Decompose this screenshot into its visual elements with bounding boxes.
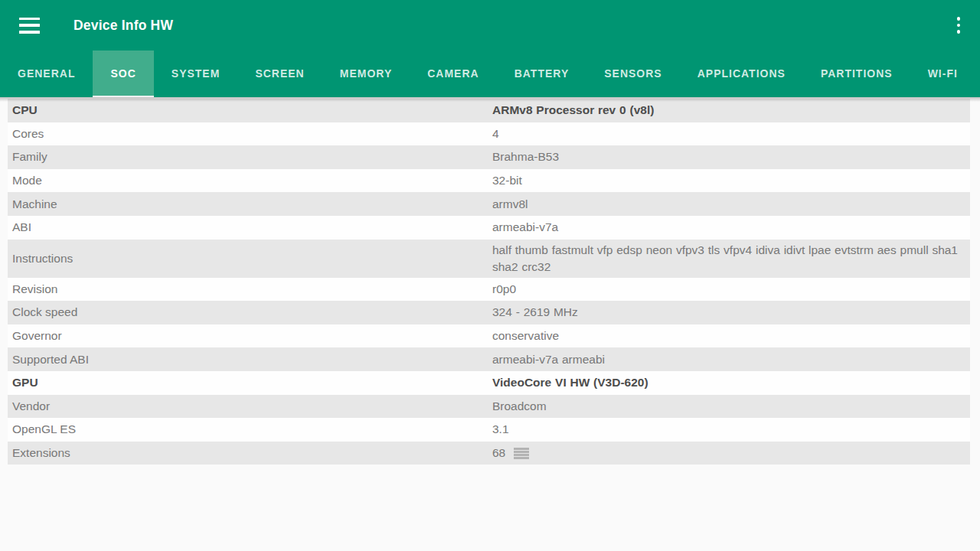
hamburger-menu-icon[interactable] — [19, 18, 40, 34]
soc-info-table: CPUARMv8 Processor rev 0 (v8l)Cores4Fami… — [8, 97, 970, 465]
row-value-cell: Broadcom — [492, 396, 970, 417]
table-row: Supported ABIarmeabi-v7a armeabi — [8, 347, 970, 371]
section-header-row: GPUVideoCore VI HW (V3D-620) — [8, 371, 970, 395]
row-value: r0p0 — [492, 281, 516, 298]
row-value-cell: armeabi-v7a armeabi — [492, 349, 970, 370]
tab-system[interactable]: SYSTEM — [154, 51, 238, 97]
table-row: VendorBroadcom — [8, 395, 970, 419]
row-value-cell: 32-bit — [492, 170, 970, 191]
row-label: Governor — [8, 325, 492, 347]
table-row: FamilyBrahma-B53 — [8, 145, 970, 169]
row-label: Family — [8, 146, 492, 168]
tab-bar: GENERALSOCSYSTEMSCREENMEMORYCAMERABATTER… — [0, 51, 980, 97]
row-label: Revision — [8, 279, 492, 300]
row-value: armeabi-v7a — [492, 219, 558, 236]
tab-screen[interactable]: SCREEN — [237, 51, 322, 97]
tab-sensors[interactable]: SENSORS — [586, 51, 679, 97]
row-value-cell: r0p0 — [492, 279, 970, 300]
tab-camera[interactable]: CAMERA — [410, 51, 496, 97]
tab-soc[interactable]: SOC — [93, 51, 153, 97]
row-label: Extensions — [8, 442, 492, 464]
row-value: conservative — [492, 328, 559, 344]
row-value: VideoCore VI HW (V3D-620) — [492, 374, 648, 391]
row-label: ABI — [8, 217, 492, 238]
row-value-cell: half thumb fastmult vfp edsp neon vfpv3 … — [492, 240, 970, 278]
row-value: 324 - 2619 MHz — [492, 304, 578, 321]
row-value-cell: 3.1 — [492, 419, 970, 440]
row-label: OpenGL ES — [8, 419, 492, 440]
row-value: 68 — [492, 445, 505, 461]
row-value-cell: 68 — [492, 442, 970, 464]
row-value-cell: 4 — [492, 123, 970, 145]
row-value-cell: armeabi-v7a — [492, 217, 970, 238]
row-value: 32-bit — [492, 172, 522, 189]
row-value: armeabi-v7a armeabi — [492, 351, 605, 368]
tab-partitions[interactable]: PARTITIONS — [803, 51, 910, 97]
table-row: ABIarmeabi-v7a — [8, 216, 970, 240]
table-row: OpenGL ES3.1 — [8, 418, 970, 442]
row-value-cell: 324 - 2619 MHz — [492, 302, 970, 323]
row-label: Clock speed — [8, 302, 492, 323]
row-label: Vendor — [8, 396, 492, 417]
tab-battery[interactable]: BATTERY — [497, 51, 587, 97]
row-value: 3.1 — [492, 421, 509, 438]
app-title: Device Info HW — [74, 18, 173, 34]
row-value-cell: VideoCore VI HW (V3D-620) — [492, 372, 970, 393]
table-row: Cores4 — [8, 122, 970, 146]
overflow-menu-icon[interactable] — [956, 17, 961, 34]
row-value: 4 — [492, 126, 499, 142]
tab-general[interactable]: GENERAL — [0, 51, 93, 97]
row-value: armv8l — [492, 196, 528, 213]
row-value: Broadcom — [492, 398, 547, 415]
row-label: GPU — [8, 372, 492, 393]
tab-memory[interactable]: MEMORY — [322, 51, 410, 97]
tab-applications[interactable]: APPLICATIONS — [680, 51, 803, 97]
row-value-cell: armv8l — [492, 194, 970, 215]
row-value-cell: conservative — [492, 325, 970, 347]
row-value-cell: ARMv8 Processor rev 0 (v8l) — [492, 99, 970, 121]
list-icon[interactable] — [514, 448, 529, 459]
tab-wi-fi[interactable]: WI-FI — [910, 51, 975, 97]
table-row: Mode32-bit — [8, 169, 970, 193]
row-label: CPU — [8, 99, 492, 121]
row-label: Instructions — [8, 248, 492, 269]
row-label: Supported ABI — [8, 349, 492, 370]
row-label: Cores — [8, 123, 492, 145]
row-label: Mode — [8, 170, 492, 191]
tab-b[interactable]: B — [975, 51, 980, 97]
table-row: Clock speed324 - 2619 MHz — [8, 301, 970, 324]
row-value: half thumb fastmult vfp edsp neon vfpv3 … — [492, 242, 964, 276]
row-value-cell: Brahma-B53 — [492, 146, 970, 168]
table-row: Instructionshalf thumb fastmult vfp edsp… — [8, 240, 970, 278]
table-row: Extensions68 — [8, 442, 970, 465]
content-area: CPUARMv8 Processor rev 0 (v8l)Cores4Fami… — [0, 97, 980, 551]
row-label: Machine — [8, 194, 492, 215]
table-row: Governorconservative — [8, 324, 970, 348]
row-value: Brahma-B53 — [492, 148, 559, 165]
section-header-row: CPUARMv8 Processor rev 0 (v8l) — [8, 99, 970, 122]
table-row: Revisionr0p0 — [8, 278, 970, 302]
table-row: Machinearmv8l — [8, 192, 970, 216]
app-bar: Device Info HW — [0, 0, 980, 51]
row-value: ARMv8 Processor rev 0 (v8l) — [492, 102, 654, 119]
